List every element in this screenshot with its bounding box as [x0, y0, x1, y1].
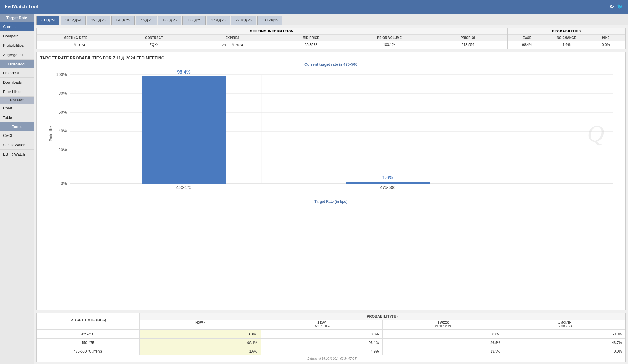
td-no-change: 1.6%: [547, 41, 586, 48]
th-contract: CONTRACT: [115, 35, 194, 41]
bth-sub-1day: 1 DAY 25 10月 2024: [261, 320, 383, 329]
svg-text:475-500: 475-500: [380, 185, 395, 190]
probabilities-header: PROBABILITIES: [508, 28, 625, 35]
tab-0[interactable]: 7 11月24: [36, 16, 59, 25]
table-row: 475-500 (Current) 1.6% 4.9% 13.5% 0.0%: [37, 347, 625, 355]
tab-8[interactable]: 29 10月25: [231, 16, 256, 25]
sidebar-item-downloads[interactable]: Downloads: [0, 78, 34, 87]
sidebar-item-current[interactable]: Current: [0, 22, 34, 31]
th-meeting-date: MEETING DATE: [37, 35, 115, 41]
table-row: 425-450 0.0% 0.0% 0.0% 53.3%: [37, 330, 625, 338]
sidebar-item-historical[interactable]: Historical: [0, 68, 34, 78]
svg-text:1.6%: 1.6%: [382, 175, 393, 180]
x-axis-label: Target Rate (in bps): [40, 200, 622, 204]
refresh-icon[interactable]: ↻: [609, 4, 614, 10]
bottom-table-header: TARGET RATE (BPS) PROBABILITY(%) NOW * 1…: [37, 313, 625, 330]
tab-3[interactable]: 19 3月25: [111, 16, 135, 25]
sidebar-item-cvol[interactable]: CVOL: [0, 131, 34, 140]
btd-1month-2: 0.0%: [504, 347, 625, 355]
sidebar-item-probabilities[interactable]: Probabilities: [0, 41, 34, 50]
tab-1[interactable]: 18 12月24: [61, 16, 86, 25]
chart-panel: TARGET RATE PROBABILITIES FOR 7 11月 2024…: [36, 52, 626, 310]
td-contract: ZQX4: [115, 41, 194, 49]
sidebar-item-chart[interactable]: Chart: [0, 104, 34, 113]
sidebar-item-aggregated[interactable]: Aggregated: [0, 50, 34, 60]
meeting-info-section: MEETING INFORMATION MEETING DATE CONTRAC…: [37, 28, 508, 49]
btd-1day-2: 4.9%: [261, 347, 383, 355]
prob-table-headers: EASE NO CHANGE HIKE: [508, 35, 625, 41]
tab-4[interactable]: 7 5月25: [136, 16, 157, 25]
sidebar-item-compare[interactable]: Compare: [0, 31, 34, 41]
sidebar-item-estr-watch[interactable]: ESTR Watch: [0, 150, 34, 159]
bth-left-title: TARGET RATE (BPS): [37, 313, 139, 327]
btd-now-1: 98.4%: [140, 339, 261, 347]
historical-section[interactable]: Historical: [0, 60, 34, 68]
tab-2[interactable]: 29 1月25: [87, 16, 110, 25]
chart-menu-icon[interactable]: ≡: [620, 52, 623, 58]
svg-text:20%: 20%: [58, 147, 67, 152]
btd-1day-1: 95.1%: [261, 339, 383, 347]
th-prior-volume: PRIOR VOLUME: [350, 35, 429, 41]
btd-now-2: 1.6%: [140, 347, 261, 355]
sidebar-item-prior-hikes[interactable]: Prior Hikes: [0, 87, 34, 97]
twitter-icon[interactable]: 🐦: [617, 4, 623, 10]
tab-7[interactable]: 17 9月25: [207, 16, 230, 25]
bth-right: PROBABILITY(%) NOW * 1 DAY 25 10月 2024 1…: [140, 313, 625, 329]
meeting-panel: MEETING INFORMATION MEETING DATE CONTRAC…: [36, 28, 626, 49]
btd-rate-0: 425-450: [37, 330, 140, 338]
td-meeting-date: 7 11月 2024: [37, 41, 115, 49]
bth-sub-1month: 1 MONTH 27 9月 2024: [504, 320, 625, 329]
chart-subtitle: Current target rate is 475-500: [40, 62, 622, 67]
y-axis-label: Probability: [49, 126, 52, 141]
sidebar-item-sofr-watch[interactable]: SOFR Watch: [0, 140, 34, 150]
panels: MEETING INFORMATION MEETING DATE CONTRAC…: [34, 25, 628, 364]
bottom-table-panel: TARGET RATE (BPS) PROBABILITY(%) NOW * 1…: [36, 313, 626, 362]
btd-1month-1: 46.7%: [504, 339, 625, 347]
btd-1day-0: 0.0%: [261, 330, 383, 338]
tab-5[interactable]: 18 6月25: [158, 16, 181, 25]
th-hike: HIKE: [586, 35, 625, 41]
meeting-info-table-headers: MEETING DATE CONTRACT EXPIRES MID PRICE …: [37, 35, 507, 41]
btd-rate-1: 450-475: [37, 339, 140, 347]
btd-1week-2: 13.5%: [383, 347, 504, 355]
th-prior-oi: PRIOR OI: [429, 35, 507, 41]
table-row: 450-475 98.4% 95.1% 86.5% 46.7%: [37, 338, 625, 347]
btd-1week-1: 86.5%: [383, 339, 504, 347]
main-layout: Target Rate Current Compare Probabilitie…: [0, 14, 628, 364]
dot-plot-section-label: Dot Plot: [0, 97, 34, 104]
app-header: FedWatch Tool ↻ 🐦: [0, 0, 628, 14]
td-ease: 98.4%: [508, 41, 547, 48]
th-ease: EASE: [508, 35, 547, 41]
svg-text:60%: 60%: [58, 110, 67, 114]
tab-9[interactable]: 10 12月25: [257, 16, 282, 25]
chart-container: Probability Q 100% 80% 60%: [52, 69, 622, 198]
svg-rect-13: [142, 76, 226, 184]
svg-text:0%: 0%: [61, 181, 67, 186]
sidebar-item-table[interactable]: Table: [0, 113, 34, 122]
td-hike: 0.0%: [586, 41, 625, 48]
td-prior-oi: 513,556: [429, 41, 507, 49]
target-rate-section[interactable]: Target Rate: [0, 14, 34, 22]
bth-left: TARGET RATE (BPS): [37, 313, 140, 329]
btd-rate-2: 475-500 (Current): [37, 347, 140, 355]
btd-1month-0: 53.3%: [504, 330, 625, 338]
tab-6[interactable]: 30 7月25: [182, 16, 206, 25]
tools-section[interactable]: Tools: [0, 122, 34, 131]
td-mid-price: 95.3538: [272, 41, 351, 49]
prob-row: 98.4% 1.6% 0.0%: [508, 41, 625, 48]
btd-1week-0: 0.0%: [383, 330, 504, 338]
th-no-change: NO CHANGE: [547, 35, 586, 41]
sidebar: Target Rate Current Compare Probabilitie…: [0, 14, 34, 364]
svg-text:100%: 100%: [56, 72, 67, 77]
watermark: Q: [587, 120, 604, 147]
tab-bar: 7 11月24 18 12月24 29 1月25 19 3月25 7 5月25 …: [34, 14, 628, 25]
probabilities-section: PROBABILITIES EASE NO CHANGE HIKE 98.4% …: [508, 28, 625, 49]
bar-chart: 100% 80% 60% 40% 20% 0% 98.4% 450-475 1.…: [52, 69, 622, 192]
bth-sub-headers: NOW * 1 DAY 25 10月 2024 1 WEEK 21 10月 20…: [140, 320, 625, 329]
chart-title: TARGET RATE PROBABILITIES FOR 7 11月 2024…: [40, 56, 165, 61]
bth-right-title: PROBABILITY(%): [140, 313, 625, 320]
svg-text:98.4%: 98.4%: [177, 69, 190, 74]
bth-sub-now: NOW *: [140, 320, 261, 329]
btd-now-0: 0.0%: [140, 330, 261, 338]
th-expires: EXPIRES: [193, 35, 272, 41]
